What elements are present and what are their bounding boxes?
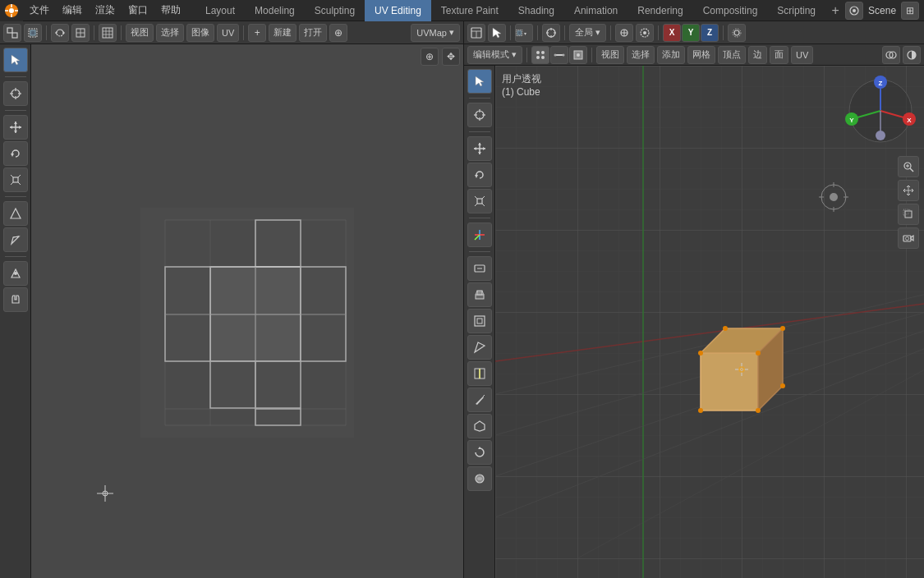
- pinch-tool-btn[interactable]: [3, 261, 28, 286]
- vp-uv-btn[interactable]: UV: [791, 46, 813, 64]
- annotate-tool-btn[interactable]: [3, 227, 28, 252]
- vp-rotate-btn[interactable]: [467, 163, 492, 187]
- move-tool-btn[interactable]: [3, 115, 28, 140]
- uv-grid-icon[interactable]: [99, 24, 117, 42]
- vp-box-select-icon[interactable]: ▾: [515, 24, 533, 42]
- vp-vertex-btn[interactable]: 顶点: [718, 46, 746, 64]
- uv-select-btn[interactable]: 选择: [156, 24, 184, 42]
- menu-edit[interactable]: 编辑: [56, 0, 89, 21]
- sync-icon[interactable]: [51, 24, 69, 42]
- vp-snap-icon[interactable]: [615, 24, 633, 42]
- transform-tool-btn[interactable]: [3, 201, 28, 226]
- vertex-select-icon[interactable]: [531, 46, 549, 64]
- face-select-icon[interactable]: [569, 46, 587, 64]
- scale-tool-btn[interactable]: [3, 167, 28, 192]
- engine-icon[interactable]: [845, 2, 863, 20]
- svg-marker-32: [19, 126, 21, 129]
- y-axis-btn[interactable]: Y: [682, 24, 700, 42]
- vp-add-btn[interactable]: 添加: [657, 46, 685, 64]
- svg-marker-39: [11, 209, 21, 218]
- rotate-tool-btn[interactable]: [3, 141, 28, 166]
- menu-window[interactable]: 窗口: [122, 0, 154, 21]
- vp-select-icon[interactable]: [488, 24, 506, 42]
- vp-select-btn[interactable]: 选择: [627, 46, 655, 64]
- cursor-tool-btn[interactable]: [3, 81, 28, 106]
- vp-loop-cut-btn[interactable]: [467, 361, 492, 386]
- new-btn[interactable]: 新建: [269, 24, 297, 42]
- uvmap-dropdown[interactable]: UVMap ▾: [411, 24, 460, 42]
- viewport-editor-icon[interactable]: [467, 24, 485, 42]
- svg-rect-17: [103, 28, 113, 38]
- vp-mesh-btn[interactable]: 网格: [687, 46, 715, 64]
- edit-mode-dropdown[interactable]: 编辑模式 ▾: [467, 46, 522, 64]
- menu-help[interactable]: 帮助: [154, 0, 187, 21]
- vp-move-btn[interactable]: [467, 136, 492, 161]
- stretch-icon[interactable]: [71, 24, 90, 42]
- open-btn[interactable]: 打开: [299, 24, 327, 42]
- vp-camera-icon[interactable]: [898, 227, 919, 249]
- expand-icon[interactable]: ⊞: [901, 2, 919, 20]
- vp-settings-icon[interactable]: [728, 24, 746, 42]
- vp-tools-sep3: [469, 218, 490, 218]
- tab-rendering[interactable]: Rendering: [627, 0, 692, 21]
- vp-bevel-btn[interactable]: [467, 335, 492, 360]
- svg-line-114: [482, 196, 485, 199]
- uv-view-btn[interactable]: 视图: [126, 24, 154, 42]
- svg-rect-74: [517, 30, 521, 34]
- tab-shading[interactable]: Shading: [508, 0, 564, 21]
- uv-editor-icon[interactable]: [3, 24, 21, 42]
- sep2: [94, 25, 94, 40]
- uv-image-btn[interactable]: 图像: [186, 24, 214, 42]
- select-box-icon[interactable]: [24, 24, 42, 42]
- vp-edge-btn[interactable]: 边: [748, 46, 767, 64]
- pin-icon[interactable]: ⊕: [329, 24, 347, 42]
- vp-spin-btn[interactable]: [467, 440, 492, 465]
- tab-scripting[interactable]: Scripting: [767, 0, 825, 21]
- vp-smooth-btn[interactable]: [467, 466, 492, 491]
- vp-poly-build-btn[interactable]: [467, 414, 492, 438]
- tab-modeling[interactable]: Modeling: [245, 0, 305, 21]
- x-axis-btn[interactable]: X: [663, 24, 681, 42]
- vp-prop-edit-icon[interactable]: [636, 24, 654, 42]
- vp-cursor-btn[interactable]: [467, 103, 492, 127]
- tab-uv-editing[interactable]: UV Editing: [365, 0, 431, 21]
- vp-view-btn[interactable]: 视图: [596, 46, 624, 64]
- vp-face-btn[interactable]: 面: [770, 46, 788, 64]
- vp-select-tool-btn[interactable]: [467, 69, 492, 94]
- vp-knife-btn[interactable]: [467, 388, 492, 412]
- vp-zoom-icon[interactable]: [898, 156, 919, 177]
- viewport-view-type: 用户透视: [502, 72, 541, 86]
- image-new-icon[interactable]: +: [248, 24, 266, 42]
- viewport-info: 用户透视 (1) Cube: [502, 72, 541, 98]
- tab-layout[interactable]: Layout: [195, 0, 245, 21]
- add-workspace-button[interactable]: +: [825, 1, 845, 21]
- vp-annotate-btn[interactable]: [467, 256, 492, 281]
- tab-animation[interactable]: Animation: [564, 0, 627, 21]
- edge-select-icon[interactable]: [550, 46, 568, 64]
- z-axis-btn[interactable]: Z: [701, 24, 719, 42]
- vp-transform-btn[interactable]: [467, 222, 492, 247]
- svg-line-37: [18, 182, 21, 185]
- zoom-fit-icon[interactable]: ⊕: [421, 48, 439, 66]
- grab-tool-btn[interactable]: [3, 287, 28, 312]
- vp-shading-icon[interactable]: [903, 46, 921, 64]
- tab-sculpting[interactable]: Sculpting: [305, 0, 365, 21]
- viewport-toolbar: ▾ 全局 ▾: [464, 21, 924, 44]
- vp-pan-icon[interactable]: [898, 180, 919, 201]
- uv-uv-btn[interactable]: UV: [217, 24, 239, 42]
- select-tool-btn[interactable]: [3, 48, 28, 72]
- svg-point-189: [906, 237, 909, 241]
- vp-extrude-btn[interactable]: [467, 282, 492, 307]
- menu-file[interactable]: 文件: [23, 0, 56, 21]
- vp-inset-btn[interactable]: [467, 309, 492, 333]
- vp-overlay-icon[interactable]: [882, 46, 900, 64]
- tab-compositing[interactable]: Compositing: [693, 0, 768, 21]
- vp-cursor-icon[interactable]: [542, 24, 560, 42]
- vp-persp-ortho-icon[interactable]: [898, 204, 919, 225]
- pan-icon[interactable]: ✥: [442, 48, 460, 66]
- svg-rect-34: [13, 177, 18, 182]
- tab-texture-paint[interactable]: Texture Paint: [431, 0, 508, 21]
- global-dropdown[interactable]: 全局 ▾: [569, 24, 606, 42]
- vp-scale-btn[interactable]: [467, 189, 492, 213]
- menu-render[interactable]: 渲染: [89, 0, 122, 21]
